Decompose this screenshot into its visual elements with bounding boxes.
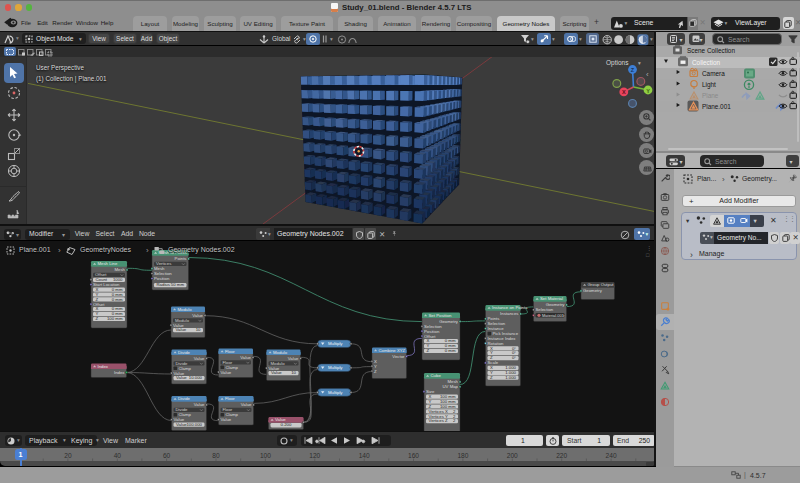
svg-text:Plane.001: Plane.001 — [702, 103, 731, 110]
svg-text:Value: Value — [194, 356, 205, 361]
svg-text:Light: Light — [702, 81, 716, 89]
svg-text:Value: Value — [194, 402, 205, 407]
svg-text:Combine XYZ: Combine XYZ — [379, 348, 406, 353]
svg-text:Value: Value — [221, 370, 232, 375]
svg-text:10.000: 10.000 — [189, 375, 203, 380]
svg-text:Index: Index — [98, 364, 109, 369]
svg-text:Selection: Selection — [536, 307, 554, 312]
svg-text:Divide: Divide — [178, 350, 191, 355]
svg-text:0°: 0° — [512, 355, 516, 360]
svg-text:50 mm: 50 mm — [171, 282, 185, 287]
svg-text:Points: Points — [175, 256, 187, 261]
svg-text:Floor: Floor — [225, 396, 235, 401]
svg-text:Index: Index — [114, 370, 125, 375]
svg-text:Camera: Camera — [702, 70, 725, 77]
svg-text:140: 140 — [359, 452, 370, 459]
svg-text:220: 220 — [556, 452, 567, 459]
svg-text:Position: Position — [154, 276, 170, 281]
svg-text:Radius: Radius — [157, 282, 170, 287]
svg-text:×: × — [563, 313, 566, 318]
svg-text:40: 40 — [114, 452, 122, 459]
svg-text:Z: Z — [427, 348, 430, 353]
svg-text:Material.001: Material.001 — [542, 313, 565, 318]
svg-text:Z: Z — [374, 369, 377, 374]
svg-text:Scene Collection: Scene Collection — [687, 47, 735, 54]
svg-text:Vertices Z: Vertices Z — [429, 418, 448, 423]
svg-text:Value: Value — [192, 313, 203, 318]
svg-text:100.000: 100.000 — [186, 422, 202, 427]
svg-text:10: 10 — [291, 370, 296, 375]
svg-text:Value: Value — [271, 370, 282, 375]
svg-text:160: 160 — [408, 452, 419, 459]
svg-text:Y: Y — [646, 88, 650, 94]
svg-text:X: X — [622, 89, 626, 95]
svg-text:80: 80 — [212, 452, 220, 459]
svg-text:180: 180 — [457, 452, 468, 459]
svg-text:Multiply: Multiply — [328, 390, 343, 395]
svg-text:Multiply: Multiply — [328, 365, 343, 370]
svg-text:120: 120 — [309, 452, 320, 459]
svg-text:Z: Z — [490, 375, 493, 380]
svg-text:Plane: Plane — [702, 92, 719, 99]
svg-text:Mesh: Mesh — [114, 267, 125, 272]
svg-text:Value: Value — [288, 356, 299, 361]
svg-text:Cube: Cube — [431, 373, 442, 378]
svg-text:Z: Z — [96, 316, 99, 321]
svg-text:Set Material: Set Material — [540, 296, 563, 301]
svg-text:Geometry: Geometry — [439, 319, 459, 324]
svg-text:UV Map: UV Map — [442, 384, 458, 389]
svg-text:20: 20 — [64, 452, 72, 459]
svg-text:Group Output: Group Output — [588, 282, 615, 287]
svg-text:10: 10 — [196, 327, 201, 332]
svg-text:Vector: Vector — [392, 354, 405, 359]
svg-text:0 mm: 0 mm — [445, 348, 456, 353]
svg-text:60: 60 — [163, 452, 171, 459]
svg-text:Geometry: Geometry — [583, 288, 603, 293]
svg-text:Divide: Divide — [178, 396, 191, 401]
svg-text:Mesh Line: Mesh Line — [98, 261, 118, 266]
svg-text:Value: Value — [221, 417, 232, 422]
svg-text:240: 240 — [606, 452, 617, 459]
svg-text:Instances: Instances — [500, 311, 518, 316]
svg-text:Set Position: Set Position — [429, 313, 453, 318]
svg-text:Modulo: Modulo — [273, 350, 288, 355]
svg-text:Instance on Points: Instance on Points — [492, 305, 527, 310]
svg-text:100: 100 — [260, 452, 271, 459]
svg-text:0 mm: 0 mm — [112, 297, 123, 302]
svg-text:Value: Value — [176, 327, 187, 332]
svg-text:Multiply: Multiply — [328, 341, 343, 346]
svg-text:Floor: Floor — [225, 349, 235, 354]
svg-text:100 mm: 100 mm — [107, 316, 123, 321]
svg-text:Value: Value — [176, 375, 187, 380]
svg-text:Value: Value — [241, 402, 252, 407]
svg-text:Modulo: Modulo — [178, 307, 193, 312]
svg-text:1.000: 1.000 — [505, 375, 516, 380]
svg-text:0.200: 0.200 — [281, 422, 292, 427]
svg-text:200: 200 — [507, 452, 518, 459]
svg-text:Value: Value — [240, 355, 251, 360]
svg-text:Collection: Collection — [692, 59, 721, 66]
